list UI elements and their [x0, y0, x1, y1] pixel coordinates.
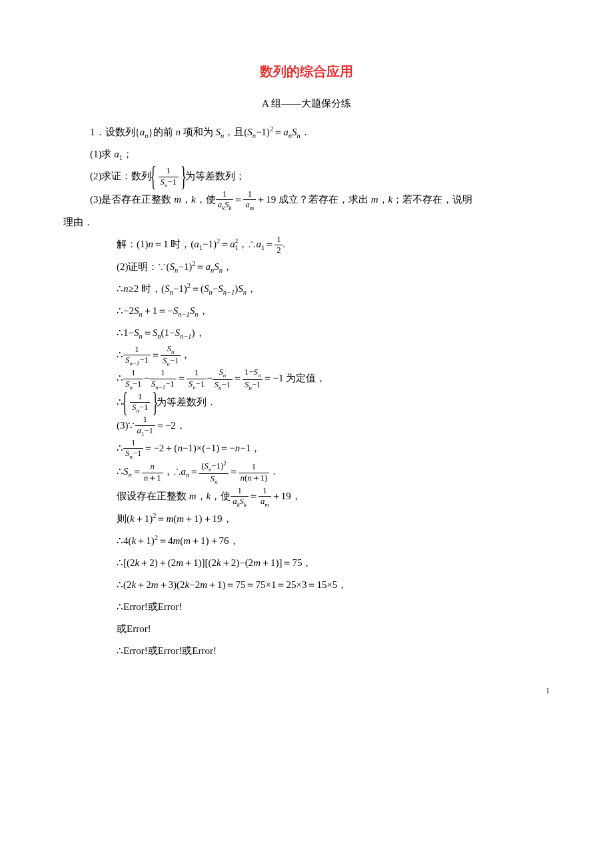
var-m: m [176, 557, 183, 568]
fraction: 1akSk [231, 486, 249, 509]
sub-nm1: n−1 [223, 289, 235, 296]
text: ∴ [117, 283, 123, 294]
text: ， [247, 283, 257, 294]
numerator: 1 [159, 166, 179, 177]
denominator: akSk [216, 200, 234, 211]
sup-2: 2 [223, 460, 226, 467]
var-m: m [253, 557, 261, 568]
denominator: n(n＋1) [239, 473, 270, 483]
denominator: akSk [231, 497, 249, 508]
text: ， [197, 491, 207, 501]
solution-line: ∴1Sn−1为等差数列． [117, 391, 550, 415]
text: (3)是否存在正整数 [90, 194, 174, 205]
var-k: k [217, 557, 221, 568]
text: ∴ [117, 349, 123, 360]
text: ∴ [117, 443, 123, 453]
numerator: 1 [231, 486, 249, 497]
var-m: m [189, 491, 197, 501]
solution-2: (2)证明：∵(Sn−1)2＝anSn， [117, 256, 550, 278]
sub-k: k [244, 501, 247, 508]
text: ＋19， [271, 491, 301, 501]
denominator: Sn−1−1 [123, 355, 151, 367]
fraction: 1Sn−1 [187, 368, 207, 391]
solution-error: 或Error! [117, 618, 550, 640]
sub-m: m [265, 501, 269, 508]
text: −1 [133, 449, 142, 458]
fraction: 1Sn−1−1 [123, 345, 151, 367]
fraction: SnSn−1 [213, 367, 233, 391]
var-m: m [173, 535, 180, 546]
text: ＝ [177, 373, 187, 384]
fraction: 1am [259, 486, 271, 509]
text: ＝ [151, 349, 161, 360]
text: ＋1) [252, 473, 268, 483]
text: ＋1) [135, 513, 153, 524]
solution-line: 则(k＋1)2＝m(m＋1)＋19， [117, 508, 550, 530]
text: ∴(2 [117, 579, 132, 590]
text: − [143, 373, 149, 384]
set-brace: 1Sn−1 [152, 166, 185, 189]
numerator: (Sn−1)2 [199, 460, 228, 474]
question-3-cont: 理由． [63, 211, 550, 233]
text: ， [181, 349, 191, 360]
text: ， [223, 261, 233, 272]
question-3: (3)是否存在正整数 m，k，使1akSk＝1am＋19 成立？若存在，求出 m… [90, 189, 550, 211]
text: ＝ [156, 513, 166, 524]
numerator: 1 [123, 345, 151, 355]
text: − [213, 283, 218, 294]
var-S: S [123, 467, 129, 477]
text: 解：(1) [117, 239, 149, 249]
solution-line: ∴1Sn−1−1Sn−1−1＝1Sn−1−SnSn−1＝1−SnSn−1＝−1 … [117, 367, 550, 391]
text: ＋2 [136, 579, 151, 590]
text: ∴[(2 [117, 557, 135, 568]
sub-nm1: n−1 [129, 360, 139, 367]
text: ，使 [211, 491, 231, 501]
text: −1， [240, 443, 261, 453]
text: ． [301, 127, 310, 137]
numerator: 1 [123, 438, 143, 449]
solution-line: ∴n≥2 时，(Sn−1)2＝(Sn−Sn−1)Sn， [117, 278, 550, 300]
solution-line: 假设存在正整数 m，k，使1akSk＝1am＋19， [117, 485, 550, 508]
text: 为等差数列； [185, 171, 245, 181]
var-S: S [218, 283, 223, 294]
var-m: m [151, 579, 159, 590]
fraction: 1am [243, 189, 256, 212]
text: −1 [139, 355, 149, 365]
text: ＝ [233, 194, 243, 205]
text: ＝ [189, 467, 199, 477]
text: ， [199, 305, 209, 316]
sub-n: n [215, 478, 217, 485]
solution-line: ∴Sn＝nn＋1，∴an＝(Sn−1)2Sn＝1n(n＋1)． [117, 460, 550, 485]
text: −1 [167, 177, 177, 187]
text: −1 [221, 380, 231, 389]
text: ＝( [191, 283, 204, 294]
text: ． [269, 467, 279, 477]
solution-3: (3)∵1a1−1＝−2， [117, 415, 550, 437]
var-n: n [123, 283, 129, 294]
text: ＋1)＝75＝75×1＝25×3＝15×5， [207, 579, 347, 590]
numerator: 1 [275, 235, 283, 245]
text: ＝ [229, 467, 239, 477]
fraction: 12 [275, 235, 283, 256]
denominator: Sn−1 [243, 380, 263, 391]
var-S: S [247, 127, 253, 137]
var-a: a [181, 467, 187, 477]
text: ＝ [132, 467, 142, 477]
text: 为等差数列． [157, 397, 217, 407]
fraction: nn＋1 [142, 462, 163, 483]
text: −1 [170, 356, 179, 365]
var-m: m [200, 579, 207, 590]
solution-1: 解：(1)n＝1 时，(a1−1)2＝a21，∴a1＝12. [117, 233, 550, 255]
denominator: Sn−1 [159, 177, 179, 189]
fraction: 1n(n＋1) [239, 462, 270, 483]
denominator: Sn−1 [123, 449, 143, 460]
text: ＋1)＋76， [191, 535, 239, 546]
text: ＝−1 为定值， [263, 373, 326, 384]
text: ， [378, 194, 388, 205]
numerator: 1 [239, 462, 270, 473]
fraction: 1akSk [216, 189, 234, 212]
denominator: Sn−1 [161, 356, 181, 367]
solution-line: ∴1Sn−1−1＝SnSn−1， [117, 344, 550, 368]
sub-m: m [250, 205, 254, 211]
fraction: (Sn−1)2Sn [199, 460, 228, 485]
